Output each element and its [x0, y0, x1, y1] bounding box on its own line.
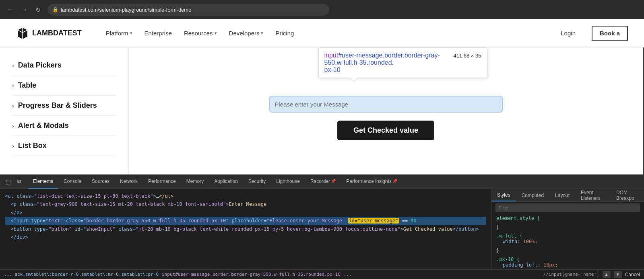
styles-tab-layout[interactable]: Layout	[549, 189, 575, 201]
developers-chevron: ▾	[261, 31, 263, 36]
nav-platform[interactable]: Platform ▾	[106, 30, 132, 37]
status-cancel-button[interactable]: Cancel	[625, 272, 640, 277]
main-content: › Data Pickers › Table › Progress Bar & …	[0, 47, 644, 174]
styles-filter	[491, 202, 644, 214]
status-actions: //input[@name='name'] ▲ ▼ Cancel	[543, 271, 640, 278]
styles-tab-event-listeners[interactable]: Event Listeners	[575, 189, 611, 201]
nav-buttons: ← → ↻	[5, 4, 43, 15]
sidebar-item-data-pickers[interactable]: › Data Pickers	[12, 55, 116, 76]
px10-selector: .px-10 {	[496, 256, 520, 262]
logo-text: LAMBDATEST	[32, 29, 82, 37]
sidebar-item-table[interactable]: › Table	[12, 76, 116, 96]
styles-tab-styles[interactable]: Styles	[491, 189, 516, 201]
recorder-pin-icon: 📌	[331, 179, 336, 183]
html-line-5: <button type="button" id="showInput" cla…	[5, 225, 486, 233]
tab-recorder[interactable]: Recorder 📌	[305, 174, 341, 189]
message-input[interactable]	[269, 96, 503, 113]
data-pickers-chevron: ›	[12, 62, 14, 69]
center-content: input#user-message.border.border-gray-55…	[129, 47, 643, 174]
tab-sources[interactable]: Sources	[87, 174, 114, 189]
sidebar-item-label: Alert & Modals	[18, 121, 69, 130]
get-checked-value-button[interactable]: Get Checked value	[337, 121, 434, 140]
styles-tab-computed[interactable]: Computed	[516, 189, 549, 201]
html-line-3: </p>	[5, 209, 486, 217]
element-tooltip: input#user-message.border.border-gray-55…	[318, 47, 487, 78]
tooltip-selector: input#user-message.border.border-gray-55…	[324, 52, 446, 74]
styles-rule-px10: .px-10 { padding-left: 10px;	[491, 255, 644, 269]
devtools-panel: ⬚ ⧉ Elements Console Sources Network Per…	[0, 174, 644, 279]
platform-chevron: ▾	[130, 31, 132, 36]
sidebar-item-progress[interactable]: › Progress Bar & Sliders	[12, 96, 116, 116]
nav-pricing[interactable]: Pricing	[275, 30, 294, 37]
status-arrow-down[interactable]: ▼	[614, 271, 622, 278]
table-chevron: ›	[12, 82, 14, 89]
styles-filter-input[interactable]	[495, 203, 640, 212]
browser-chrome: ← → ↻ 🔒 lambdatest.com/selenium-playgrou…	[0, 0, 644, 19]
tooltip-tag: input	[324, 52, 339, 59]
tab-network[interactable]: Network	[115, 174, 142, 189]
width-val: 100%;	[523, 239, 538, 244]
tab-elements[interactable]: Elements	[28, 174, 58, 189]
elements-panel: <ul class="list-disc text-size-15 pl-30 …	[0, 189, 491, 269]
nav-developers[interactable]: Developers ▾	[229, 30, 264, 37]
back-button[interactable]: ←	[5, 4, 16, 15]
perf-insights-pin-icon: 📌	[392, 179, 397, 183]
html-line-4-highlighted[interactable]: <input type="text" class="border border-…	[5, 217, 486, 225]
devtools-body: <ul class="list-disc text-size-15 pl-30 …	[0, 189, 644, 269]
device-icon[interactable]: ⧉	[14, 177, 24, 187]
logo[interactable]: LAMBDATEST	[16, 27, 82, 40]
sidebar-item-label: List Box	[18, 142, 47, 150]
styles-rule-element-close: }	[491, 223, 644, 232]
sidebar-item-label: Data Pickers	[18, 61, 62, 70]
main-nav: Platform ▾ Enterprise Resources ▾ Develo…	[106, 30, 294, 37]
tab-lighthouse[interactable]: Lighthouse	[271, 174, 305, 189]
tab-memory[interactable]: Memory	[182, 174, 208, 189]
element-style-selector: element.style {	[496, 215, 540, 221]
tab-application[interactable]: Application	[209, 174, 243, 189]
wfull-selector: .w-full {	[496, 233, 522, 239]
lock-icon: 🔒	[52, 7, 58, 12]
styles-panel-tabs: Styles Computed Layout Event Listeners D…	[491, 189, 644, 202]
sidebar: › Data Pickers › Table › Progress Bar & …	[0, 47, 129, 174]
devtools-icons: ⬚ ⧉	[3, 177, 24, 187]
styles-rule-wfull: .w-full { width: 100%;	[491, 232, 644, 246]
html-line-2: <p class="text-gray-900 text-size-15 mt-…	[5, 200, 486, 208]
listbox-chevron: ›	[12, 143, 14, 149]
tooltip-arrow	[350, 74, 358, 82]
inspect-icon[interactable]: ⬚	[3, 177, 13, 187]
sidebar-item-label: Table	[18, 81, 37, 90]
width-prop: width	[503, 239, 517, 244]
status-path: input#user-message.border.border-gray-55…	[162, 272, 341, 277]
address-bar[interactable]: 🔒 lambdatest.com/selenium-playground/sim…	[47, 4, 329, 16]
tab-performance[interactable]: Performance	[143, 174, 181, 189]
progress-chevron: ›	[12, 103, 14, 109]
reload-button[interactable]: ↻	[32, 4, 43, 15]
book-button[interactable]: Book a	[592, 26, 628, 41]
xpath-text: //input[@name='name']	[543, 272, 599, 277]
logo-icon	[16, 27, 29, 40]
status-breadcrumb: ... ack.smtablet\:border-r-0.smtablet\:m…	[4, 272, 159, 277]
tab-console[interactable]: Console	[59, 174, 86, 189]
nav-resources[interactable]: Resources ▾	[184, 30, 217, 37]
status-dots: ...	[344, 272, 352, 277]
devtools-tabs: ⬚ ⧉ Elements Console Sources Network Per…	[0, 174, 644, 189]
forward-button[interactable]: →	[19, 4, 30, 15]
resources-chevron: ▾	[215, 31, 217, 36]
styles-panel: Styles Computed Layout Event Listeners D…	[491, 189, 644, 269]
html-line-6: </div>	[5, 233, 486, 241]
sidebar-item-listbox[interactable]: › List Box	[12, 136, 116, 156]
url-text: lambdatest.com/selenium-playground/simpl…	[61, 7, 191, 13]
styles-tab-dom-breakpoints[interactable]: DOM Breakpo	[611, 189, 644, 201]
html-line-1: <ul class="list-disc text-size-15 pl-30 …	[5, 192, 486, 200]
status-arrow-up[interactable]: ▲	[603, 271, 611, 278]
login-button[interactable]: Login	[561, 30, 576, 37]
tab-performance-insights[interactable]: Performance insights 📌	[341, 174, 402, 189]
padding-left-prop: padding-left	[503, 262, 538, 268]
alerts-chevron: ›	[12, 123, 14, 129]
tab-security[interactable]: Security	[244, 174, 270, 189]
status-bar: ... ack.smtablet\:border-r-0.smtablet\:m…	[0, 269, 644, 279]
page-header: LAMBDATEST Platform ▾ Enterprise Resourc…	[0, 19, 644, 47]
sidebar-item-alerts[interactable]: › Alert & Modals	[12, 116, 116, 136]
nav-enterprise[interactable]: Enterprise	[144, 30, 172, 37]
sidebar-item-label: Progress Bar & Sliders	[18, 101, 97, 110]
